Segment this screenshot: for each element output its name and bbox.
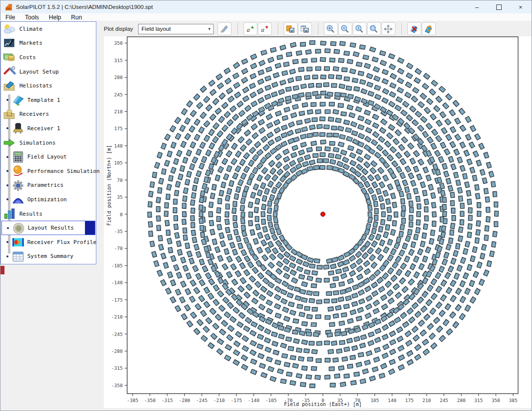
menu-run[interactable]: Run [66, 13, 87, 21]
sidebar-item-label: Layout Results [28, 225, 74, 231]
sidebar-item-label: Performance Simulation [27, 168, 100, 174]
delete-heliostat-button[interactable] [407, 22, 421, 35]
zoom-in-button[interactable] [324, 22, 338, 35]
svg-text:a: a [261, 26, 264, 33]
edit-plot-icon [220, 24, 229, 34]
sidebar-item-markets[interactable]: Markets [1, 36, 95, 51]
sidebar-item-layout-results[interactable]: Layout Results [1, 221, 95, 235]
window-controls: – × [466, 0, 532, 13]
receivers-icon [3, 108, 16, 120]
pan-button[interactable] [381, 22, 395, 35]
x-tick-label: -315 [161, 398, 173, 403]
minimize-button[interactable]: – [466, 0, 488, 13]
sidebar-item-optimization[interactable]: Optimization [1, 192, 95, 207]
maximize-button[interactable] [488, 0, 510, 13]
sidebar-item-layout-setup[interactable]: Layout Setup [1, 65, 95, 79]
sidebar-item-receiver-flux-profile[interactable]: Receiver Flux Profile [1, 235, 95, 249]
costs-icon [3, 51, 16, 63]
y-tick-label: 210 [114, 109, 123, 114]
app-icon [5, 3, 12, 11]
toolbar-separator [237, 23, 238, 35]
sidebar-item-label: Heliostats [19, 82, 52, 89]
x-tick-label: -350 [144, 398, 155, 403]
zoom-extents-button[interactable] [367, 22, 381, 35]
x-tick-label: 245 [440, 398, 448, 403]
y-tick-label: 35 [117, 194, 123, 200]
sidebar-item-receiver-1[interactable]: Receiver 1 [1, 121, 95, 136]
system-summary-icon [11, 250, 25, 262]
tree-bullet [6, 241, 8, 243]
close-button[interactable]: × [510, 0, 532, 13]
y-axis-label: Field position (North+) [m] [106, 145, 112, 226]
sidebar-item-label: Costs [19, 54, 36, 61]
sidebar-item-costs[interactable]: Costs [1, 50, 95, 65]
receiver-icon [11, 122, 25, 134]
sidebar-item-parametrics[interactable]: Parametrics [1, 178, 95, 193]
tree-bullet [6, 198, 8, 200]
font-increase-button[interactable]: a [243, 22, 257, 35]
menu-tools[interactable]: Tools [20, 13, 44, 21]
x-tick-label: -175 [230, 398, 242, 403]
markets-icon [3, 37, 16, 49]
menu-file[interactable]: File [0, 13, 20, 21]
x-tick-label: -280 [179, 398, 190, 403]
tree-bullet [6, 156, 8, 158]
navigation-tree: ClimateMarketsCostsLayout SetupHeliostat… [0, 21, 96, 264]
y-tick-label: 105 [114, 160, 123, 165]
font-decrease-button[interactable]: a [258, 22, 272, 35]
font-decrease-icon: a [260, 24, 269, 34]
sidebar-item-heliostats[interactable]: Heliostats [1, 79, 95, 93]
sidebar-item-template-1[interactable]: Template 1 [1, 93, 95, 107]
edit-plot-button[interactable] [218, 22, 231, 35]
y-tick-label: 175 [114, 126, 123, 131]
plot-display-select[interactable]: Field layout ▾ [138, 24, 214, 34]
y-tick-label: -350 [111, 383, 123, 388]
parametrics-icon [11, 179, 25, 191]
sidebar-item-label: System Summary [27, 253, 74, 259]
simulations-icon [3, 137, 16, 149]
x-axis-label: Field position (East+) [m] [284, 402, 362, 407]
heliostats-icon [3, 80, 16, 92]
save-table-button[interactable] [298, 22, 312, 35]
sidebar-item-system-summary[interactable]: System Summary [1, 249, 95, 264]
restore-heliostat-icon [424, 24, 433, 34]
sidebar-item-label: Optimization [27, 196, 67, 203]
x-tick-label: 175 [405, 398, 414, 403]
zoom-original-button[interactable]: 1 [353, 22, 367, 35]
sidebar-item-climate[interactable]: Climate [1, 22, 95, 36]
sidebar-item-field-layout[interactable]: Field Layout [1, 150, 95, 164]
menu-help[interactable]: Help [44, 13, 66, 21]
save-image-button[interactable] [284, 22, 298, 35]
restore-heliostat-button[interactable] [422, 22, 436, 35]
tower-marker [320, 212, 325, 217]
y-tick-label: -105 [111, 263, 123, 268]
field-layout-icon [11, 151, 25, 163]
tree-bullet [6, 99, 8, 101]
field-layout-plot[interactable]: -385-350-315-280-245-210-175-140-105-70-… [104, 36, 532, 408]
sidebar-item-label: Markets [19, 40, 42, 46]
y-tick-label: 315 [114, 58, 123, 63]
menu-bar: FileToolsHelpRun [0, 13, 532, 21]
sidebar-item-performance-simulation[interactable]: Performance Simulation [1, 164, 95, 178]
title-bar: SolarPILOT 1.5.2 | C:\Users\ADMIN\Deskto… [0, 0, 532, 13]
climate-icon [3, 23, 16, 35]
sidebar-item-receivers[interactable]: Receivers [1, 107, 95, 122]
x-tick-label: 210 [422, 398, 431, 403]
plot-display-value: Field layout [142, 26, 171, 32]
tree-bullet [7, 227, 9, 229]
x-tick-label: 315 [474, 398, 483, 403]
sidebar-item-label: Receiver Flux Profile [27, 239, 96, 246]
y-tick-label: 140 [114, 143, 123, 149]
x-tick-label: 280 [457, 398, 465, 403]
optimization-icon [11, 193, 25, 205]
results-icon [3, 208, 16, 220]
zoom-out-button[interactable] [338, 22, 352, 35]
zoom-in-icon [326, 24, 335, 34]
sidebar-item-results[interactable]: Results [1, 207, 95, 221]
solarpilot-window: SolarPILOT 1.5.2 | C:\Users\ADMIN\Deskto… [0, 0, 532, 411]
clipped-sidebar-icon-fragment [0, 266, 4, 274]
layout-setup-icon [3, 66, 16, 78]
tree-bullet [6, 255, 8, 257]
x-tick-label: -385 [127, 398, 138, 403]
sidebar-item-simulations[interactable]: Simulations [1, 136, 95, 150]
